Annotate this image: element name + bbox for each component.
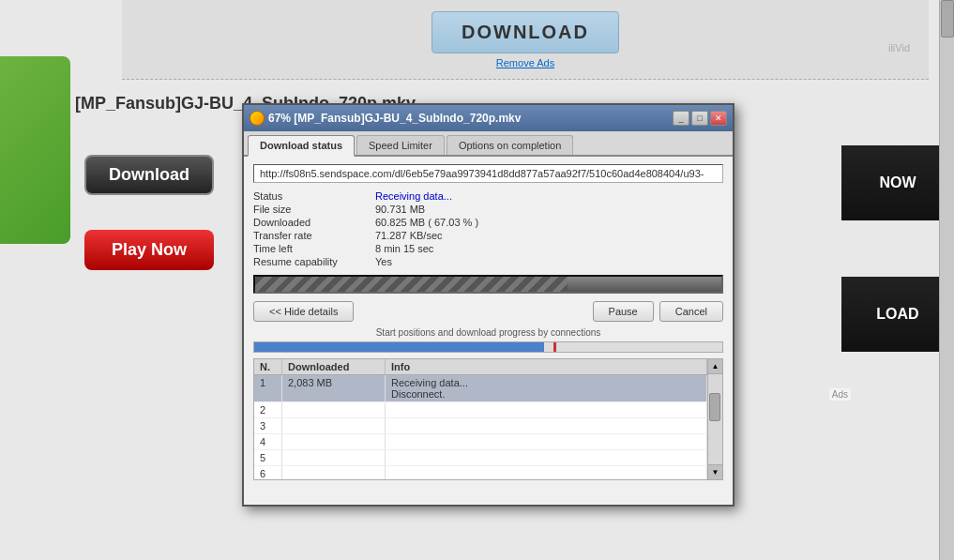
tab-speed-limiter[interactable]: Speed Limiter <box>356 135 445 155</box>
cell-n-6: 6 <box>254 466 282 479</box>
status-label: Status <box>253 190 375 202</box>
restore-button[interactable]: □ <box>691 111 708 126</box>
scroll-down-button[interactable]: ▼ <box>708 464 722 479</box>
ilivid-label: iliVid <box>888 42 910 53</box>
filesize-label: File size <box>253 204 375 215</box>
remove-ads-link[interactable]: Remove Ads <box>496 57 554 68</box>
downloaded-value: 60.825 MB ( 67.03 % ) <box>375 217 478 228</box>
info-row-time: Time left 8 min 15 sec <box>253 243 723 254</box>
tab-options-completion[interactable]: Options on completion <box>447 135 573 155</box>
filesize-value: 90.731 MB <box>375 204 425 215</box>
connections-label: Start positions and download progress by… <box>253 327 723 338</box>
ad-badge: Ads <box>829 388 851 401</box>
info-row-downloaded: Downloaded 60.825 MB ( 67.03 % ) <box>253 217 723 228</box>
progress-fill <box>255 277 568 292</box>
cancel-button[interactable]: Cancel <box>659 301 723 322</box>
cell-downloaded-1: 2,083 MB <box>282 375 386 401</box>
info-row-resume: Resume capability Yes <box>253 256 723 267</box>
connections-table: N. Downloaded Info 1 2,083 MB Receiving … <box>254 359 707 479</box>
table-row: 2 <box>254 402 707 418</box>
table-row: 4 <box>254 434 707 450</box>
tab-download-status[interactable]: Download status <box>248 135 355 157</box>
col-header-downloaded: Downloaded <box>282 359 386 374</box>
resume-value: Yes <box>375 256 392 267</box>
cell-n-2: 2 <box>254 402 282 417</box>
cell-downloaded-2 <box>282 402 386 417</box>
table-header: N. Downloaded Info <box>254 359 707 375</box>
time-label: Time left <box>253 243 375 254</box>
cell-info-5 <box>386 450 707 465</box>
cell-info-1: Receiving data... Disconnect. <box>386 375 707 401</box>
cell-n-4: 4 <box>254 434 282 449</box>
resume-label: Resume capability <box>253 256 375 267</box>
cell-downloaded-6 <box>282 466 386 479</box>
downloaded-label: Downloaded <box>253 217 375 228</box>
connections-table-wrapper: N. Downloaded Info 1 2,083 MB Receiving … <box>253 358 723 480</box>
connections-progress-bar <box>253 341 723 353</box>
right-banner-top: NOW <box>841 145 954 220</box>
dialog-content: http://fs08n5.sendspace.com/dl/6eb5e79aa… <box>244 157 733 488</box>
cell-n-1: 1 <box>254 375 282 401</box>
scroll-track[interactable] <box>708 374 722 464</box>
cell-info-3 <box>386 418 707 433</box>
cell-info-4 <box>386 434 707 449</box>
main-progress-bar <box>253 275 723 294</box>
top-banner: DOWNLOAD Remove Ads iliVid <box>122 0 929 80</box>
scrollbar-thumb[interactable] <box>941 0 954 38</box>
scroll-up-button[interactable]: ▲ <box>708 359 722 374</box>
hide-details-button[interactable]: << Hide details <box>253 301 354 322</box>
cell-info-2 <box>386 402 707 417</box>
table-row: 3 <box>254 418 707 434</box>
connections-progress-marker <box>553 342 556 352</box>
status-value: Receiving data... <box>375 190 452 202</box>
col-header-n: N. <box>254 359 282 374</box>
cell-info-6 <box>386 466 707 479</box>
minimize-button[interactable]: _ <box>673 111 689 126</box>
info-row-transfer: Transfer rate 71.287 KB/sec <box>253 230 723 241</box>
right-banner-bottom: LOAD <box>841 277 954 352</box>
cell-downloaded-4 <box>282 434 386 449</box>
cell-n-5: 5 <box>254 450 282 465</box>
dialog-titlebar[interactable]: 67% [MP_Fansub]GJ-BU_4_SubIndo_720p.mkv … <box>244 105 733 131</box>
play-now-button[interactable]: Play Now <box>84 230 214 270</box>
dialog-tabs: Download status Speed Limiter Options on… <box>244 131 733 157</box>
table-row: 1 2,083 MB Receiving data... Disconnect. <box>254 375 707 402</box>
info-row-filesize: File size 90.731 MB <box>253 204 723 215</box>
table-row: 5 <box>254 450 707 466</box>
pause-button[interactable]: Pause <box>593 301 654 322</box>
download-button[interactable]: Download <box>84 155 214 195</box>
top-download-button[interactable]: DOWNLOAD <box>432 11 619 53</box>
titlebar-buttons: _ □ ✕ <box>673 111 727 126</box>
download-dialog: 67% [MP_Fansub]GJ-BU_4_SubIndo_720p.mkv … <box>242 103 734 507</box>
close-button[interactable]: ✕ <box>710 111 727 126</box>
col-header-info: Info <box>386 359 707 374</box>
page-scrollbar[interactable] <box>939 0 954 560</box>
android-icon-area <box>0 56 70 244</box>
dialog-title: 67% [MP_Fansub]GJ-BU_4_SubIndo_720p.mkv <box>268 112 521 125</box>
info-row-status: Status Receiving data... <box>253 190 723 202</box>
table-row: 6 <box>254 466 707 479</box>
cell-n-3: 3 <box>254 418 282 433</box>
info-table: Status Receiving data... File size 90.73… <box>253 190 723 267</box>
connections-progress-fill <box>254 342 544 352</box>
transfer-label: Transfer rate <box>253 230 375 241</box>
time-value: 8 min 15 sec <box>375 243 433 254</box>
table-scrollbar[interactable]: ▲ ▼ <box>707 359 722 479</box>
titlebar-left: 67% [MP_Fansub]GJ-BU_4_SubIndo_720p.mkv <box>250 111 521 126</box>
title-icon <box>250 111 265 126</box>
transfer-value: 71.287 KB/sec <box>375 230 443 241</box>
cell-downloaded-5 <box>282 450 386 465</box>
scroll-thumb[interactable] <box>709 393 720 421</box>
action-buttons: << Hide details Pause Cancel <box>253 301 723 322</box>
cell-downloaded-3 <box>282 418 386 433</box>
url-display: http://fs08n5.sendspace.com/dl/6eb5e79aa… <box>253 164 723 183</box>
